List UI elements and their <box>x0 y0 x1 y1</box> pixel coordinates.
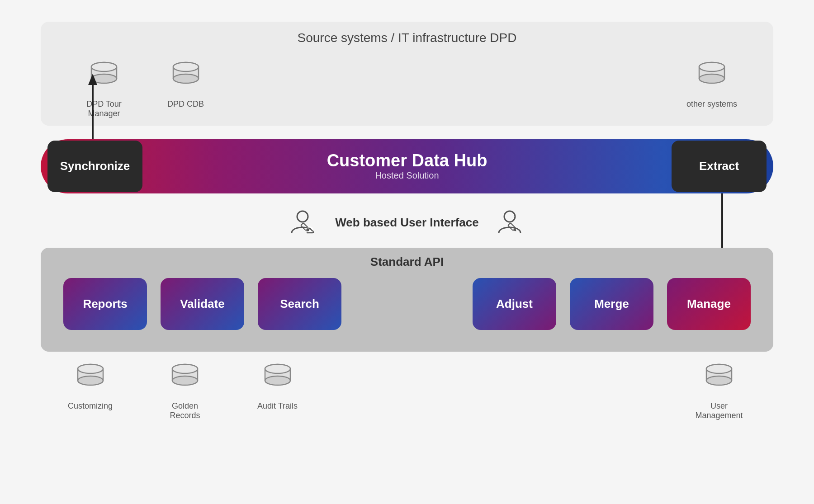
svg-point-27 <box>504 211 515 222</box>
cdh-title: Customer Data Hub <box>327 151 487 170</box>
api-label: Standard API <box>370 255 444 269</box>
db-item-user-management: User Management <box>692 361 746 420</box>
source-systems-box: Source systems / IT infrastructure DPD D… <box>41 22 773 126</box>
db-item-audit-trails: Audit Trails <box>257 361 298 420</box>
svg-point-53 <box>706 364 732 373</box>
svg-point-38 <box>172 376 198 385</box>
webui-label: Web based User Interface <box>335 216 478 230</box>
cdh-center-text: Customer Data Hub Hosted Solution <box>327 151 487 181</box>
validate-button[interactable]: Validate <box>161 278 244 330</box>
source-systems-title: Source systems / IT infrastructure DPD <box>298 31 517 45</box>
svg-point-50 <box>706 376 732 385</box>
merge-button[interactable]: Merge <box>570 278 653 330</box>
api-buttons-row: Reports Validate Search Adjust Merge Ma <box>41 278 773 330</box>
svg-point-14 <box>699 74 724 83</box>
db-item-dpd-tour: DPD Tour Manager <box>77 59 131 118</box>
svg-marker-19 <box>88 74 97 85</box>
manage-button[interactable]: Manage <box>667 278 751 330</box>
svg-point-35 <box>78 364 103 373</box>
svg-point-47 <box>265 364 290 373</box>
db-item-other: other systems <box>686 59 737 109</box>
adjust-button[interactable]: Adjust <box>473 278 556 330</box>
database-icon-dpd-cdb <box>170 59 202 95</box>
svg-point-5 <box>91 62 117 71</box>
svg-point-41 <box>172 364 198 373</box>
db-label-user-management: User Management <box>692 401 746 420</box>
db-label-dpd-tour: DPD Tour Manager <box>77 99 131 118</box>
database-icon-audit-trails <box>262 361 293 397</box>
user-edit-icon-right <box>497 209 524 236</box>
svg-point-44 <box>265 376 290 385</box>
webui-section: Web based User Interface <box>41 200 773 245</box>
api-bar: Standard API Reports Validate Search Adj… <box>41 248 773 352</box>
synchronize-button[interactable]: Synchronize <box>47 141 142 192</box>
user-edit-icon-left <box>290 209 317 236</box>
database-icon-golden-records <box>169 361 201 397</box>
db-label-customizing: Customizing <box>68 401 113 411</box>
db-label-golden-records: Golden Records <box>158 401 212 420</box>
svg-point-11 <box>173 62 199 71</box>
svg-point-8 <box>173 74 199 83</box>
cdh-bar: Customer Data Hub Hosted Solution <box>41 139 773 193</box>
cdh-subtitle: Hosted Solution <box>375 170 439 181</box>
svg-point-22 <box>297 211 308 222</box>
db-label-other: other systems <box>686 99 737 109</box>
diagram-container: Source systems / IT infrastructure DPD D… <box>23 13 791 492</box>
extract-button[interactable]: Extract <box>672 141 767 192</box>
svg-point-17 <box>699 62 724 71</box>
db-item-customizing: Customizing <box>68 361 113 420</box>
reports-button[interactable]: Reports <box>63 278 147 330</box>
api-left-group: Reports Validate Search <box>63 278 341 330</box>
database-icon-customizing <box>75 361 106 397</box>
api-right-group: Adjust Merge Manage <box>473 278 751 330</box>
source-systems-icons: DPD Tour Manager DPD CDB <box>41 59 773 118</box>
db-item-golden-records: Golden Records <box>158 361 212 420</box>
arrow-up-icon <box>86 71 99 144</box>
database-icon-user-management <box>703 361 735 397</box>
svg-point-32 <box>78 376 103 385</box>
db-item-dpd-cdb: DPD CDB <box>167 59 204 118</box>
db-label-audit-trails: Audit Trails <box>257 401 298 411</box>
bottom-databases: Customizing Golden Records <box>41 361 773 420</box>
database-icon-other <box>696 59 728 95</box>
search-button[interactable]: Search <box>258 278 341 330</box>
db-label-dpd-cdb: DPD CDB <box>167 99 204 109</box>
bottom-db-left-group: Customizing Golden Records <box>68 361 298 420</box>
